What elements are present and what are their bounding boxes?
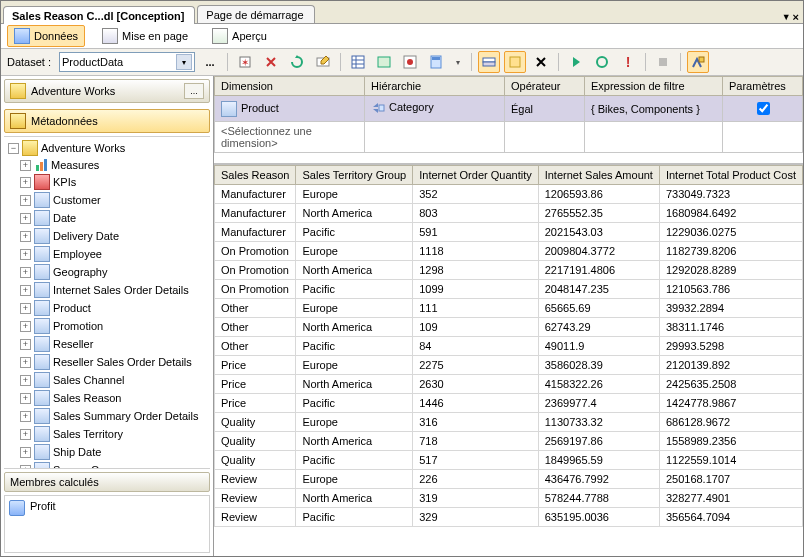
tree-node[interactable]: +Date — [4, 209, 210, 227]
metadata-tree[interactable]: −Adventure Works+Measures+KPIs+Customer+… — [4, 136, 210, 469]
tree-node[interactable]: +Source Currency — [4, 461, 210, 469]
tab-layout[interactable]: Mise en page — [95, 25, 195, 47]
table-row[interactable]: PriceEurope22753586028.392120139.892 — [215, 356, 803, 375]
expand-icon[interactable]: + — [20, 231, 31, 242]
table-row[interactable]: ManufacturerPacific5912021543.031229036.… — [215, 223, 803, 242]
filter-col-hierarchy[interactable]: Hiérarchie — [365, 77, 505, 96]
cube-select-button[interactable]: ... — [184, 83, 204, 99]
tree-node[interactable]: +Customer — [4, 191, 210, 209]
design-mode-button[interactable] — [687, 51, 709, 73]
dataset-select[interactable]: ProductData ▾ — [59, 52, 195, 72]
tree-node[interactable]: −Adventure Works — [4, 139, 210, 157]
table-row[interactable]: PricePacific14462369977.41424778.9867 — [215, 394, 803, 413]
tree-node[interactable]: +Reseller — [4, 335, 210, 353]
expand-icon[interactable]: + — [20, 160, 31, 171]
filter-col-dimension[interactable]: Dimension — [215, 77, 365, 96]
expand-icon[interactable]: + — [20, 447, 31, 458]
tree-node[interactable]: +Measures — [4, 157, 210, 173]
dropdown-icon[interactable]: ▼ — [782, 12, 791, 22]
expand-icon[interactable]: + — [20, 249, 31, 260]
calc-dropdown-button[interactable]: ▾ — [451, 51, 465, 73]
filter-col-operator[interactable]: Opérateur — [505, 77, 585, 96]
calc-members-header[interactable]: Membres calculés — [4, 472, 210, 492]
expand-icon[interactable]: + — [20, 375, 31, 386]
toggle-cells-button[interactable] — [478, 51, 500, 73]
tree-node[interactable]: +Employee — [4, 245, 210, 263]
cube-selector[interactable]: Adventure Works ... — [4, 79, 210, 103]
document-tab-active[interactable]: Sales Reason C...dl [Conception] — [3, 6, 195, 24]
expand-icon[interactable]: + — [20, 213, 31, 224]
table-row[interactable]: ReviewPacific329635195.0036356564.7094 — [215, 508, 803, 527]
calc-members-list[interactable]: Profit — [4, 495, 210, 553]
table-row[interactable]: On PromotionPacific10992048147.235121056… — [215, 280, 803, 299]
expand-icon[interactable]: + — [20, 411, 31, 422]
expand-icon[interactable]: + — [20, 285, 31, 296]
tree-node[interactable]: +Sales Summary Order Details — [4, 407, 210, 425]
expand-icon[interactable]: + — [20, 357, 31, 368]
table-row[interactable]: On PromotionNorth America12982217191.480… — [215, 261, 803, 280]
table-row[interactable]: ManufacturerNorth America8032765552.3516… — [215, 204, 803, 223]
expand-icon[interactable]: + — [20, 303, 31, 314]
table-button[interactable] — [347, 51, 369, 73]
tab-preview[interactable]: Aperçu — [205, 25, 274, 47]
data-col-header[interactable]: Sales Reason — [215, 166, 296, 185]
collapse-icon[interactable]: − — [8, 143, 19, 154]
close-icon[interactable]: × — [793, 11, 799, 23]
tree-node[interactable]: +Sales Territory — [4, 425, 210, 443]
dataset-edit-button[interactable]: ... — [199, 51, 221, 73]
tree-node[interactable]: +Sales Reason — [4, 389, 210, 407]
expand-icon[interactable]: + — [20, 393, 31, 404]
filter-col-expression[interactable]: Expression de filtre — [585, 77, 723, 96]
record-button[interactable] — [399, 51, 421, 73]
tab-data[interactable]: Données — [7, 25, 85, 47]
run-query-button[interactable]: ! — [617, 51, 639, 73]
expand-icon[interactable]: + — [20, 267, 31, 278]
expand-icon[interactable]: + — [20, 339, 31, 350]
expand-icon[interactable]: + — [20, 429, 31, 440]
filter-placeholder-row[interactable]: <Sélectionnez une dimension> — [215, 122, 803, 153]
expand-icon[interactable]: + — [20, 465, 31, 470]
expand-icon[interactable]: + — [20, 195, 31, 206]
tree-node[interactable]: +Geography — [4, 263, 210, 281]
delete-button[interactable] — [530, 51, 552, 73]
tree-node[interactable]: +Sales Channel — [4, 371, 210, 389]
table-row[interactable]: On PromotionEurope11182009804.3772118273… — [215, 242, 803, 261]
table-row[interactable]: PriceNorth America26304158322.262425635.… — [215, 375, 803, 394]
table-row[interactable]: QualityPacific5171849965.591122559.1014 — [215, 451, 803, 470]
tree-node[interactable]: +Promotion — [4, 317, 210, 335]
data-col-header[interactable]: Internet Sales Amount — [538, 166, 659, 185]
loop-button[interactable] — [591, 51, 613, 73]
data-col-header[interactable]: Sales Territory Group — [296, 166, 413, 185]
tree-node[interactable]: +Product — [4, 299, 210, 317]
table-row[interactable]: OtherNorth America10962743.2938311.1746 — [215, 318, 803, 337]
data-col-header[interactable]: Internet Total Product Cost — [659, 166, 802, 185]
table-row[interactable]: ReviewEurope226436476.7992250168.1707 — [215, 470, 803, 489]
expand-icon[interactable]: + — [20, 321, 31, 332]
table-row[interactable]: ManufacturerEurope3521206593.86733049.73… — [215, 185, 803, 204]
metadata-header[interactable]: Métadonnées — [4, 109, 210, 133]
table-row[interactable]: QualityEurope3161130733.32686128.9672 — [215, 413, 803, 432]
filter-param-checkbox[interactable] — [757, 102, 770, 115]
tree-node[interactable]: +Delivery Date — [4, 227, 210, 245]
data-col-header[interactable]: Internet Order Quantity — [413, 166, 538, 185]
table-row[interactable]: OtherEurope11165665.6939932.2894 — [215, 299, 803, 318]
tree-node[interactable]: +Internet Sales Order Details — [4, 281, 210, 299]
sql-button[interactable] — [373, 51, 395, 73]
new-dataset-button[interactable]: ✶ — [234, 51, 256, 73]
tree-node[interactable]: +Ship Date — [4, 443, 210, 461]
edit-text-button[interactable] — [312, 51, 334, 73]
data-table[interactable]: Sales ReasonSales Territory GroupInterne… — [214, 165, 803, 527]
filter-row[interactable]: Product Category Égal { Bikes, Component… — [215, 96, 803, 122]
toggle-aggregates-button[interactable] — [504, 51, 526, 73]
filter-col-params[interactable]: Paramètres — [723, 77, 803, 96]
table-row[interactable]: QualityNorth America7182569197.861558989… — [215, 432, 803, 451]
calc-button[interactable] — [425, 51, 447, 73]
expand-icon[interactable]: + — [20, 177, 31, 188]
delete-dataset-button[interactable] — [260, 51, 282, 73]
refresh-button[interactable] — [286, 51, 308, 73]
tree-node[interactable]: +KPIs — [4, 173, 210, 191]
run-button[interactable] — [565, 51, 587, 73]
table-row[interactable]: OtherPacific8449011.929993.5298 — [215, 337, 803, 356]
tree-node[interactable]: +Reseller Sales Order Details — [4, 353, 210, 371]
document-tab-start-page[interactable]: Page de démarrage — [197, 5, 314, 23]
